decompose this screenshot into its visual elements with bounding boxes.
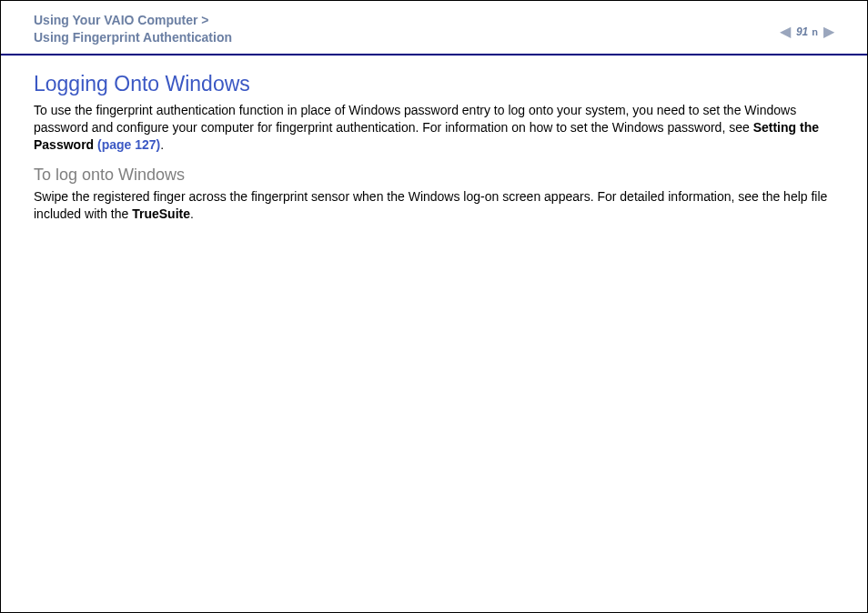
document-page: Using Your VAIO Computer > Using Fingerp… [0,0,868,613]
page-number: 91 [796,25,808,38]
page-header: Using Your VAIO Computer > Using Fingerp… [1,1,867,55]
breadcrumb: Using Your VAIO Computer > Using Fingerp… [34,12,232,46]
para1-text-a: To use the fingerprint authentication fu… [34,103,796,135]
para2-bold: TrueSuite [132,206,190,221]
intro-paragraph: To use the fingerprint authentication fu… [34,102,834,154]
para1-end: . [160,137,164,152]
prev-page-icon[interactable]: ◀ [780,25,791,39]
subsection-title: To log onto Windows [34,166,834,185]
next-page-icon[interactable]: ▶ [823,25,834,39]
page-body: Logging Onto Windows To use the fingerpr… [1,55,867,223]
breadcrumb-line-1: Using Your VAIO Computer > [34,12,232,29]
n-marker: n [812,26,818,37]
breadcrumb-line-2: Using Fingerprint Authentication [34,29,232,46]
page-127-link[interactable]: (page 127) [97,137,160,152]
section-title: Logging Onto Windows [34,72,834,96]
para2-end: . [190,206,194,221]
instruction-paragraph: Swipe the registered finger across the f… [34,188,834,223]
page-navigation: ◀ 91 n ▶ [780,25,834,39]
